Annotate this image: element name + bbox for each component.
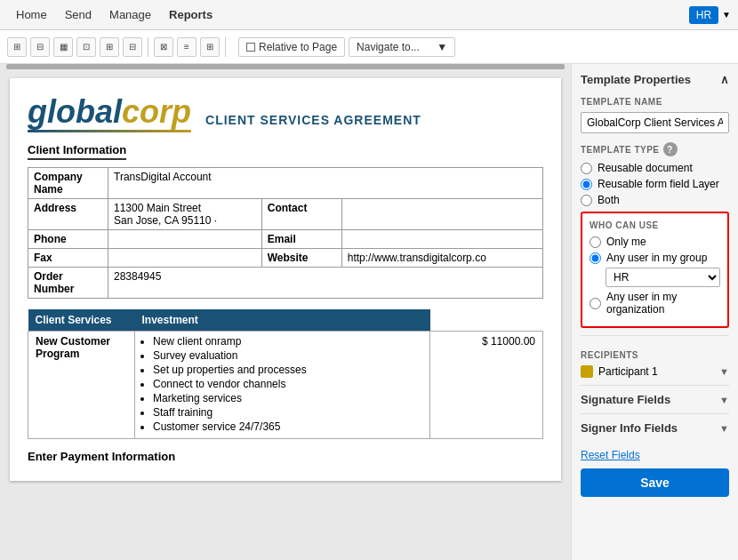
service-price: $ 11000.00 — [430, 332, 543, 439]
payment-heading: Enter Payment Information — [28, 450, 543, 463]
table-row: Address 11300 Main StreetSan Jose, CA 95… — [28, 199, 543, 230]
toolbar-icon-8[interactable]: ≡ — [177, 37, 197, 57]
relative-page-checkbox — [246, 43, 255, 52]
list-item: Staff training — [153, 406, 422, 419]
agreement-title: CLIENT SERVICES AGREEMENT — [205, 113, 421, 127]
menu-right: HR ▼ — [689, 6, 731, 24]
panel-title: Template Properties — [581, 73, 691, 86]
toolbar-sep-2 — [225, 37, 226, 57]
recipient-chevron-icon[interactable]: ▼ — [719, 366, 729, 377]
type-option-form-field-layer[interactable]: Reusable form field Layer — [581, 178, 729, 190]
menu-home[interactable]: Home — [7, 3, 56, 27]
toolbar-icon-5[interactable]: ⊞ — [100, 37, 119, 57]
who-radio-my-group[interactable] — [590, 252, 601, 264]
value-email — [341, 230, 542, 249]
recipient-color-badge — [581, 365, 593, 378]
signature-fields-label: Signature Fields — [581, 393, 670, 406]
logo: globalcorp — [28, 96, 191, 132]
signer-info-section: Signer Info Fields ▼ — [581, 413, 729, 442]
client-info-heading: Client Information — [28, 143, 126, 160]
who-radio-my-org[interactable] — [590, 298, 601, 309]
type-radio-both[interactable] — [581, 195, 592, 206]
label-phone: Phone — [28, 230, 108, 249]
type-label-form-field-layer: Reusable form field Layer — [598, 178, 719, 190]
who-label-only-me: Only me — [606, 236, 646, 248]
table-row: Fax Website http://www.transdigitalcorp.… — [28, 249, 543, 268]
value-website: http://www.transdigitalcorp.co — [341, 249, 542, 268]
services-header-row: Client Services Investment — [28, 309, 543, 332]
services-col2-header: Investment — [135, 309, 430, 332]
user-dropdown-icon[interactable]: ▼ — [722, 10, 731, 20]
table-row: Order Number 28384945 — [28, 268, 543, 299]
signature-fields-header[interactable]: Signature Fields ▼ — [581, 393, 729, 406]
list-item: New client onramp — [153, 335, 422, 348]
relative-page-label: Relative to Page — [259, 41, 337, 53]
table-row: Company Name TransDigital Account — [28, 168, 543, 199]
services-col1-header: Client Services — [28, 309, 135, 332]
who-label-my-group: Any user in my group — [606, 252, 707, 264]
label-order: Order Number — [28, 268, 108, 299]
value-address: 11300 Main StreetSan Jose, CA 95110 · — [108, 199, 262, 230]
menu-bar: Home Send Manage Reports HR ▼ — [0, 0, 738, 30]
value-company: TransDigital Account — [108, 168, 543, 199]
menu-send[interactable]: Send — [56, 3, 100, 27]
toolbar-icon-9[interactable]: ⊞ — [200, 37, 220, 57]
toolbar-icon-2[interactable]: ⊟ — [30, 37, 50, 57]
services-table: Client Services Investment New Customer … — [28, 309, 543, 439]
toolbar-icon-3[interactable]: ▦ — [53, 37, 73, 57]
reset-fields-link[interactable]: Reset Fields — [581, 449, 729, 461]
logo-text: globalcorp — [28, 96, 191, 128]
value-phone — [108, 230, 262, 249]
toolbar-icon-7[interactable]: ⊠ — [154, 37, 173, 57]
template-name-label: TEMPLATE NAME — [581, 97, 729, 107]
type-radio-form-field-layer[interactable] — [581, 179, 592, 190]
group-select[interactable]: HR — [606, 268, 720, 287]
save-button[interactable]: Save — [581, 468, 729, 497]
who-label-my-org: Any user in my organization — [606, 291, 720, 316]
navigate-label: Navigate to... — [357, 41, 420, 53]
main-layout: globalcorp CLIENT SERVICES AGREEMENT Cli… — [0, 64, 738, 560]
signer-info-header[interactable]: Signer Info Fields ▼ — [581, 421, 729, 435]
recipient-name: Participant 1 — [598, 365, 658, 378]
service-name: New Customer Program — [28, 332, 135, 439]
table-row: Phone Email — [28, 230, 543, 249]
document-area[interactable]: globalcorp CLIENT SERVICES AGREEMENT Cli… — [0, 64, 571, 560]
client-info-table: Company Name TransDigital Account Addres… — [28, 167, 543, 299]
menu-manage[interactable]: Manage — [100, 3, 160, 27]
toolbar-icon-6[interactable]: ⊟ — [123, 37, 142, 57]
user-badge[interactable]: HR — [689, 6, 718, 24]
services-data-row: New Customer Program New client onramp S… — [28, 332, 543, 439]
help-icon[interactable]: ? — [663, 142, 678, 156]
signer-info-chevron-icon: ▼ — [719, 423, 729, 434]
template-name-input[interactable] — [581, 112, 729, 133]
template-type-label: TEMPLATE TYPE — [581, 145, 660, 155]
recipient-row: Participant 1 ▼ — [581, 365, 729, 378]
type-label-both: Both — [598, 194, 620, 206]
group-dropdown-wrapper: HR — [606, 268, 720, 287]
toolbar-icon-4[interactable]: ⊡ — [76, 37, 96, 57]
who-option-my-group[interactable]: Any user in my group — [590, 252, 720, 264]
type-radio-reusable-doc[interactable] — [581, 163, 592, 174]
who-radio-only-me[interactable] — [590, 236, 601, 248]
relative-page-button[interactable]: Relative to Page — [238, 37, 345, 57]
menu-reports[interactable]: Reports — [160, 3, 221, 27]
panel-collapse-icon[interactable]: ∧ — [720, 73, 729, 86]
type-option-reusable-doc[interactable]: Reusable document — [581, 162, 729, 174]
toolbar-icon-1[interactable]: ⊞ — [7, 37, 27, 57]
navigate-dropdown[interactable]: Navigate to... ▼ — [349, 37, 455, 57]
service-items-list: New client onramp Survey evaluation Set … — [142, 335, 422, 433]
type-option-both[interactable]: Both — [581, 194, 729, 206]
navigate-chevron-icon: ▼ — [437, 41, 447, 53]
recipient-info: Participant 1 — [581, 365, 658, 378]
recipients-label: RECIPIENTS — [581, 350, 729, 360]
who-can-use-label: WHO CAN USE — [590, 220, 720, 230]
logo-header: globalcorp CLIENT SERVICES AGREEMENT — [28, 96, 543, 132]
label-company: Company Name — [28, 168, 108, 199]
who-option-only-me[interactable]: Only me — [590, 236, 720, 248]
toolbar-sep-1 — [148, 37, 148, 57]
who-option-my-org[interactable]: Any user in my organization — [590, 291, 720, 316]
signature-fields-section: Signature Fields ▼ — [581, 385, 729, 413]
type-label-reusable-doc: Reusable document — [598, 162, 693, 174]
value-fax — [108, 249, 262, 268]
template-type-section: TEMPLATE TYPE ? — [581, 142, 729, 156]
